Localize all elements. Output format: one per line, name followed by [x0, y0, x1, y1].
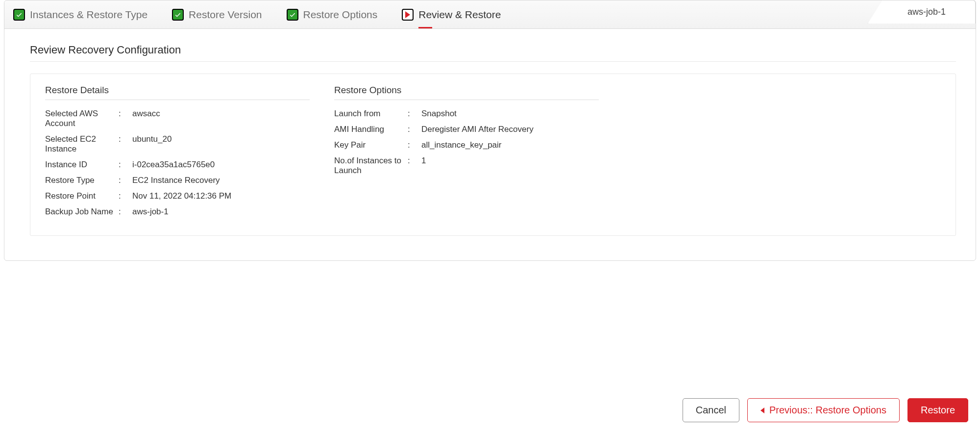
check-icon — [172, 9, 184, 21]
label: Key Pair — [334, 140, 408, 150]
step-instances-restore-type[interactable]: Instances & Restore Type — [13, 9, 147, 21]
label: Restore Point — [45, 191, 119, 201]
row-key-pair: Key Pair : all_instance_key_pair — [334, 140, 599, 150]
value: awsacc — [128, 109, 160, 119]
wizard-panel: Instances & Restore Type Restore Version… — [4, 0, 976, 261]
label: No.of Instances to Launch — [334, 156, 408, 176]
stepper-bar: Instances & Restore Type Restore Version… — [4, 0, 976, 29]
value: Deregister AMI After Recovery — [417, 125, 534, 134]
job-tab-label: aws-job-1 — [907, 7, 946, 17]
divider — [30, 61, 956, 62]
section-title: Restore Details — [45, 85, 310, 96]
restore-button[interactable]: Restore — [907, 398, 968, 422]
value: 1 — [417, 156, 426, 166]
cancel-button[interactable]: Cancel — [683, 398, 739, 422]
button-label: Previous:: Restore Options — [769, 405, 886, 416]
row-launch-from: Launch from : Snapshot — [334, 109, 599, 119]
divider — [334, 100, 599, 100]
label: Selected AWS Account — [45, 109, 119, 128]
label: Selected EC2 Instance — [45, 134, 119, 154]
step-restore-version[interactable]: Restore Version — [172, 9, 262, 21]
step-restore-options[interactable]: Restore Options — [287, 9, 378, 21]
step-label: Review & Restore — [418, 9, 501, 21]
step-label: Restore Options — [303, 9, 378, 21]
button-label: Cancel — [696, 405, 726, 416]
row-num-instances: No.of Instances to Launch : 1 — [334, 156, 599, 176]
previous-button[interactable]: Previous:: Restore Options — [747, 398, 900, 422]
value: Nov 11, 2022 04:12:36 PM — [128, 191, 231, 201]
check-icon — [13, 9, 25, 21]
play-icon — [402, 9, 414, 21]
step-review-restore[interactable]: Review & Restore — [402, 9, 501, 21]
section-title: Restore Options — [334, 85, 599, 96]
row-ec2-instance: Selected EC2 Instance : ubuntu_20 — [45, 134, 310, 154]
restore-options-section: Restore Options Launch from : Snapshot A… — [334, 85, 599, 223]
row-instance-id: Instance ID : i-02cea35a1ac5765e0 — [45, 160, 310, 170]
label: Instance ID — [45, 160, 119, 170]
value: Snapshot — [417, 109, 457, 119]
step-label: Instances & Restore Type — [30, 9, 147, 21]
row-backup-job: Backup Job Name : aws-job-1 — [45, 207, 310, 217]
value: i-02cea35a1ac5765e0 — [128, 160, 215, 170]
page-title: Review Recovery Configuration — [30, 44, 956, 56]
details-box: Restore Details Selected AWS Account : a… — [30, 74, 956, 236]
button-label: Restore — [921, 405, 955, 416]
label: Backup Job Name — [45, 207, 119, 217]
value: ubuntu_20 — [128, 134, 172, 144]
label: AMI Handling — [334, 125, 408, 134]
value: aws-job-1 — [128, 207, 169, 217]
row-restore-type: Restore Type : EC2 Instance Recovery — [45, 176, 310, 185]
job-tab[interactable]: aws-job-1 — [868, 0, 976, 24]
value: all_instance_key_pair — [417, 140, 502, 150]
label: Restore Type — [45, 176, 119, 185]
row-restore-point: Restore Point : Nov 11, 2022 04:12:36 PM — [45, 191, 310, 201]
row-ami-handling: AMI Handling : Deregister AMI After Reco… — [334, 125, 599, 134]
label: Launch from — [334, 109, 408, 119]
chevron-left-icon — [760, 408, 764, 413]
footer-actions: Cancel Previous:: Restore Options Restor… — [683, 398, 968, 422]
step-label: Restore Version — [189, 9, 262, 21]
content-area: Review Recovery Configuration Restore De… — [4, 29, 976, 260]
check-icon — [287, 9, 298, 21]
value: EC2 Instance Recovery — [128, 176, 220, 185]
restore-details-section: Restore Details Selected AWS Account : a… — [45, 85, 310, 223]
row-aws-account: Selected AWS Account : awsacc — [45, 109, 310, 128]
divider — [45, 100, 310, 100]
